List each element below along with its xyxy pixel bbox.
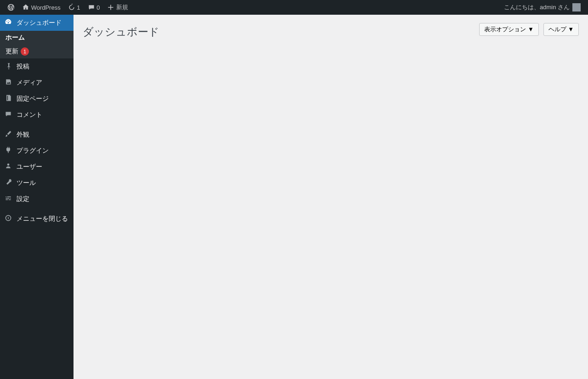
page-title: ダッシュボード <box>83 19 159 41</box>
comment-icon <box>88 4 95 11</box>
collapse-icon <box>5 214 12 222</box>
home-icon <box>22 4 29 11</box>
site-name[interactable]: WordPress <box>18 0 64 15</box>
brush-icon <box>5 130 12 138</box>
plus-icon <box>107 4 114 11</box>
menu-media[interactable]: メディア <box>0 75 74 91</box>
menu-comments[interactable]: コメント <box>0 107 74 123</box>
comments-item[interactable]: 0 <box>84 0 104 15</box>
menu-posts[interactable]: 投稿 <box>0 58 74 75</box>
wrench-icon <box>5 178 12 186</box>
menu-settings[interactable]: 設定 <box>0 191 74 207</box>
menu-appearance[interactable]: 外観 <box>0 126 74 143</box>
wp-logo[interactable] <box>4 0 18 15</box>
menu-pages[interactable]: 固定ページ <box>0 91 74 107</box>
refresh-icon <box>68 4 75 11</box>
settings-icon <box>5 195 12 202</box>
admin-bar: WordPress 1 0 新規 こんにちは、admin さん <box>0 0 588 15</box>
menu-collapse[interactable]: メニューを閉じる <box>0 211 74 227</box>
wordpress-icon <box>7 4 15 11</box>
page-icon <box>5 94 12 102</box>
dashboard-icon <box>5 18 12 26</box>
new-content[interactable]: 新規 <box>103 0 132 15</box>
admin-menu: ダッシュボード ホーム 更新1 投稿 メディア 固定ページ コメント 外観 プラ… <box>0 15 74 379</box>
menu-tools[interactable]: ツール <box>0 175 74 191</box>
pin-icon <box>5 62 12 69</box>
screen-options-button[interactable]: 表示オプション ▼ <box>479 23 538 36</box>
submenu-updates[interactable]: 更新1 <box>0 45 74 58</box>
plugin-icon <box>5 146 12 154</box>
help-button[interactable]: ヘルプ ▼ <box>543 23 579 36</box>
avatar-icon <box>572 3 581 11</box>
comment-icon <box>5 110 12 118</box>
my-account[interactable]: こんにちは、admin さん <box>500 0 584 15</box>
updates-item[interactable]: 1 <box>64 0 84 15</box>
menu-plugins[interactable]: プラグイン <box>0 143 74 159</box>
menu-users[interactable]: ユーザー <box>0 159 74 175</box>
media-icon <box>5 78 12 86</box>
user-icon <box>5 162 12 170</box>
submenu-home[interactable]: ホーム <box>0 31 74 45</box>
menu-dashboard[interactable]: ダッシュボード <box>0 15 74 31</box>
